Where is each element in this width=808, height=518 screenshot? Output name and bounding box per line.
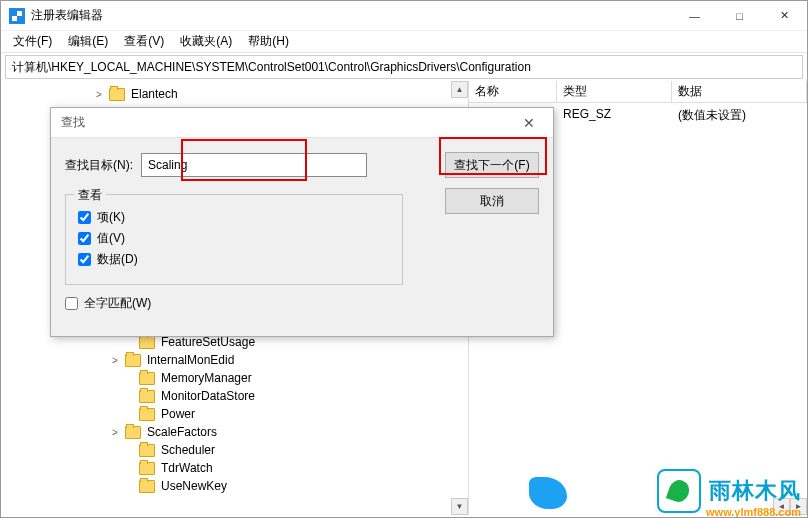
tree-item[interactable]: UseNewKey [5, 477, 468, 495]
list-header: 名称 类型 数据 [469, 81, 807, 103]
lookat-group: 查看 项(K) 值(V) 数据(D) [65, 194, 403, 285]
tree-item[interactable]: Power [5, 405, 468, 423]
tree-label: Power [159, 407, 197, 421]
folder-icon [139, 480, 155, 493]
menu-favorites[interactable]: 收藏夹(A) [172, 31, 240, 52]
tree-label: TdrWatch [159, 461, 215, 475]
menu-file[interactable]: 文件(F) [5, 31, 60, 52]
col-name[interactable]: 名称 [469, 81, 557, 102]
close-button[interactable]: ✕ [762, 1, 807, 30]
check-values[interactable]: 值(V) [78, 230, 390, 247]
tree-label: MonitorDataStore [159, 389, 257, 403]
find-input[interactable] [141, 153, 367, 177]
menu-view[interactable]: 查看(V) [116, 31, 172, 52]
tree-item[interactable]: >ScaleFactors [5, 423, 468, 441]
menu-help[interactable]: 帮助(H) [240, 31, 297, 52]
cell-type: REG_SZ [557, 105, 672, 126]
tree-label: InternalMonEdid [145, 353, 236, 367]
col-type[interactable]: 类型 [557, 81, 672, 102]
check-fullmatch[interactable]: 全字匹配(W) [65, 295, 539, 312]
tree-item[interactable]: MonitorDataStore [5, 387, 468, 405]
col-data[interactable]: 数据 [672, 81, 807, 102]
tree-label: UseNewKey [159, 479, 229, 493]
folder-icon [125, 426, 141, 439]
check-data[interactable]: 数据(D) [78, 251, 390, 268]
maximize-button[interactable]: □ [717, 1, 762, 30]
tree-item[interactable]: Scheduler [5, 441, 468, 459]
folder-icon [139, 372, 155, 385]
menubar: 文件(F) 编辑(E) 查看(V) 收藏夹(A) 帮助(H) [1, 31, 807, 53]
tree-label: FeatureSetUsage [159, 335, 257, 349]
tree-label: Scheduler [159, 443, 217, 457]
folder-icon [139, 462, 155, 475]
tree-top: >Elantech [1, 81, 468, 107]
titlebar: 注册表编辑器 ― □ ✕ [1, 1, 807, 31]
menu-edit[interactable]: 编辑(E) [60, 31, 116, 52]
find-dialog: 查找 ✕ 查找目标(N): 查找下一个(F) 取消 查看 项(K) 值(V) 数… [50, 107, 554, 337]
tree-item[interactable]: >Elantech [5, 85, 468, 103]
dialog-close-button[interactable]: ✕ [515, 115, 543, 131]
tree-label: Elantech [129, 87, 180, 101]
watermark-text: 雨林木风 [709, 476, 801, 506]
tree-label: MemoryManager [159, 371, 254, 385]
minimize-button[interactable]: ― [672, 1, 717, 30]
expand-toggle[interactable]: > [109, 355, 121, 366]
tree-item[interactable]: TdrWatch [5, 459, 468, 477]
expand-toggle[interactable]: > [109, 427, 121, 438]
window-controls: ― □ ✕ [672, 1, 807, 30]
tree-label: ScaleFactors [145, 425, 219, 439]
check-keys[interactable]: 项(K) [78, 209, 390, 226]
folder-icon [139, 336, 155, 349]
dialog-titlebar[interactable]: 查找 ✕ [51, 108, 553, 138]
find-label: 查找目标(N): [65, 157, 133, 174]
folder-icon [139, 408, 155, 421]
window-title: 注册表编辑器 [31, 7, 103, 24]
dialog-body: 查找目标(N): 查找下一个(F) 取消 查看 项(K) 值(V) 数据(D) … [51, 138, 553, 326]
cell-data: (数值未设置) [672, 105, 807, 126]
folder-icon [139, 390, 155, 403]
watermark-url: www.ylmf888.com [706, 506, 801, 518]
folder-icon [139, 444, 155, 457]
lookat-group-title: 查看 [74, 187, 106, 204]
tree-scroll-down-button[interactable]: ▼ [451, 498, 468, 515]
tree-bottom: FeatureSetUsage>InternalMonEdidMemoryMan… [1, 329, 468, 499]
tree-scroll-up-button[interactable]: ▲ [451, 81, 468, 98]
address-bar[interactable]: 计算机\HKEY_LOCAL_MACHINE\SYSTEM\ControlSet… [5, 55, 803, 79]
tree-item[interactable]: >InternalMonEdid [5, 351, 468, 369]
watermark-logo-icon [657, 469, 701, 513]
cancel-button[interactable]: 取消 [445, 188, 539, 214]
dialog-title: 查找 [61, 114, 85, 131]
folder-icon [109, 88, 125, 101]
find-next-button[interactable]: 查找下一个(F) [445, 152, 539, 178]
tree-item[interactable]: MemoryManager [5, 369, 468, 387]
folder-icon [125, 354, 141, 367]
expand-toggle[interactable]: > [93, 89, 105, 100]
regedit-icon [9, 8, 25, 24]
